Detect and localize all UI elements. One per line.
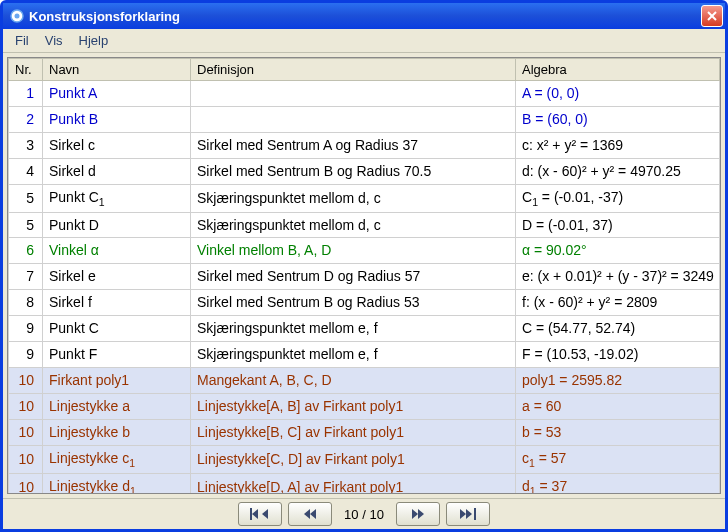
cell-name: Punkt C1: [43, 184, 191, 212]
table-row[interactable]: 5Punkt DSkjæringspunktet mellom d, cD = …: [9, 212, 720, 238]
table-row[interactable]: 10Firkant poly1Mangekant A, B, C, Dpoly1…: [9, 367, 720, 393]
table-row[interactable]: 6Vinkel αVinkel mellom B, A, Dα = 90.02°: [9, 238, 720, 264]
table-row[interactable]: 8Sirkel fSirkel med Sentrum B og Radius …: [9, 290, 720, 316]
svg-rect-13: [474, 508, 476, 520]
table-row[interactable]: 9Punkt FSkjæringspunktet mellom e, fF = …: [9, 341, 720, 367]
cell-algebra: D = (-0.01, 37): [516, 212, 720, 238]
col-header-name[interactable]: Navn: [43, 59, 191, 81]
col-header-definition[interactable]: Definisjon: [191, 59, 516, 81]
cell-name: Sirkel e: [43, 264, 191, 290]
cell-algebra: C1 = (-0.01, -37): [516, 184, 720, 212]
cell-definition: [191, 106, 516, 132]
cell-nr: 9: [9, 341, 43, 367]
cell-name: Punkt C: [43, 316, 191, 342]
cell-nr: 3: [9, 132, 43, 158]
window-title: Konstruksjonsforklaring: [29, 9, 701, 24]
menubar: Fil Vis Hjelp: [3, 29, 725, 53]
cell-definition: Sirkel med Sentrum D og Radius 57: [191, 264, 516, 290]
table-row[interactable]: 1Punkt AA = (0, 0): [9, 81, 720, 107]
svg-marker-10: [418, 509, 424, 519]
cell-name: Punkt F: [43, 341, 191, 367]
table-row[interactable]: 5Punkt C1Skjæringspunktet mellom d, cC1 …: [9, 184, 720, 212]
cell-nr: 8: [9, 290, 43, 316]
menu-help[interactable]: Hjelp: [71, 31, 117, 50]
cell-algebra: a = 60: [516, 393, 720, 419]
cell-algebra: b = 53: [516, 419, 720, 445]
cell-nr: 5: [9, 184, 43, 212]
cell-name: Linjestykke d1: [43, 473, 191, 494]
cell-algebra: f: (x - 60)² + y² = 2809: [516, 290, 720, 316]
table-row[interactable]: 10Linjestykke aLinjestykke[A, B] av Firk…: [9, 393, 720, 419]
cell-definition: Sirkel med Sentrum B og Radius 70.5: [191, 158, 516, 184]
cell-name: Linjestykke b: [43, 419, 191, 445]
cell-name: Vinkel α: [43, 238, 191, 264]
cell-nr: 10: [9, 473, 43, 494]
cell-algebra: d1 = 37: [516, 473, 720, 494]
cell-definition: Skjæringspunktet mellom d, c: [191, 184, 516, 212]
table-row[interactable]: 10Linjestykke d1Linjestykke[D, A] av Fir…: [9, 473, 720, 494]
cell-algebra: e: (x + 0.01)² + (y - 37)² = 3249: [516, 264, 720, 290]
svg-marker-11: [460, 509, 466, 519]
cell-nr: 9: [9, 316, 43, 342]
cell-name: Punkt B: [43, 106, 191, 132]
cell-nr: 10: [9, 393, 43, 419]
first-button[interactable]: [238, 502, 282, 526]
table-header-row: Nr. Navn Definisjon Algebra: [9, 59, 720, 81]
cell-algebra: A = (0, 0): [516, 81, 720, 107]
cell-nr: 7: [9, 264, 43, 290]
table-row[interactable]: 9Punkt CSkjæringspunktet mellom e, fC = …: [9, 316, 720, 342]
next-button[interactable]: [396, 502, 440, 526]
cell-nr: 10: [9, 445, 43, 473]
cell-nr: 10: [9, 367, 43, 393]
cell-nr: 2: [9, 106, 43, 132]
svg-marker-9: [412, 509, 418, 519]
cell-algebra: c: x² + y² = 1369: [516, 132, 720, 158]
cell-algebra: poly1 = 2595.82: [516, 367, 720, 393]
svg-marker-5: [252, 509, 258, 519]
cell-definition: Sirkel med Sentrum B og Radius 53: [191, 290, 516, 316]
cell-name: Linjestykke c1: [43, 445, 191, 473]
cell-definition: Skjæringspunktet mellom d, c: [191, 212, 516, 238]
cell-definition: Vinkel mellom B, A, D: [191, 238, 516, 264]
last-button[interactable]: [446, 502, 490, 526]
cell-nr: 6: [9, 238, 43, 264]
cell-algebra: α = 90.02°: [516, 238, 720, 264]
cell-definition: Mangekant A, B, C, D: [191, 367, 516, 393]
construction-table-wrap[interactable]: Nr. Navn Definisjon Algebra 1Punkt AA = …: [7, 57, 721, 494]
app-icon: [9, 8, 25, 24]
cell-definition: Linjestykke[D, A] av Firkant poly1: [191, 473, 516, 494]
cell-definition: Skjæringspunktet mellom e, f: [191, 316, 516, 342]
svg-marker-8: [310, 509, 316, 519]
table-row[interactable]: 2Punkt BB = (60, 0): [9, 106, 720, 132]
cell-algebra: C = (54.77, 52.74): [516, 316, 720, 342]
menu-file[interactable]: Fil: [7, 31, 37, 50]
cell-definition: Sirkel med Sentrum A og Radius 37: [191, 132, 516, 158]
cell-nr: 10: [9, 419, 43, 445]
prev-button[interactable]: [288, 502, 332, 526]
svg-marker-7: [304, 509, 310, 519]
col-header-algebra[interactable]: Algebra: [516, 59, 720, 81]
menu-view[interactable]: Vis: [37, 31, 71, 50]
table-row[interactable]: 4Sirkel dSirkel med Sentrum B og Radius …: [9, 158, 720, 184]
cell-definition: Skjæringspunktet mellom e, f: [191, 341, 516, 367]
close-button[interactable]: [701, 5, 723, 27]
titlebar: Konstruksjonsforklaring: [3, 3, 725, 29]
table-row[interactable]: 10Linjestykke bLinjestykke[B, C] av Firk…: [9, 419, 720, 445]
content-area: Nr. Navn Definisjon Algebra 1Punkt AA = …: [3, 53, 725, 498]
svg-rect-4: [250, 508, 252, 520]
cell-algebra: F = (10.53, -19.02): [516, 341, 720, 367]
cell-name: Punkt A: [43, 81, 191, 107]
cell-name: Linjestykke a: [43, 393, 191, 419]
cell-definition: Linjestykke[A, B] av Firkant poly1: [191, 393, 516, 419]
table-row[interactable]: 7Sirkel eSirkel med Sentrum D og Radius …: [9, 264, 720, 290]
pager-toolbar: 10 / 10: [3, 498, 725, 529]
table-row[interactable]: 3Sirkel cSirkel med Sentrum A og Radius …: [9, 132, 720, 158]
cell-name: Firkant poly1: [43, 367, 191, 393]
col-header-nr[interactable]: Nr.: [9, 59, 43, 81]
svg-point-1: [15, 14, 20, 19]
window: Konstruksjonsforklaring Fil Vis Hjelp Nr…: [0, 0, 728, 532]
table-row[interactable]: 10Linjestykke c1Linjestykke[C, D] av Fir…: [9, 445, 720, 473]
cell-algebra: B = (60, 0): [516, 106, 720, 132]
svg-marker-12: [466, 509, 472, 519]
cell-definition: Linjestykke[C, D] av Firkant poly1: [191, 445, 516, 473]
